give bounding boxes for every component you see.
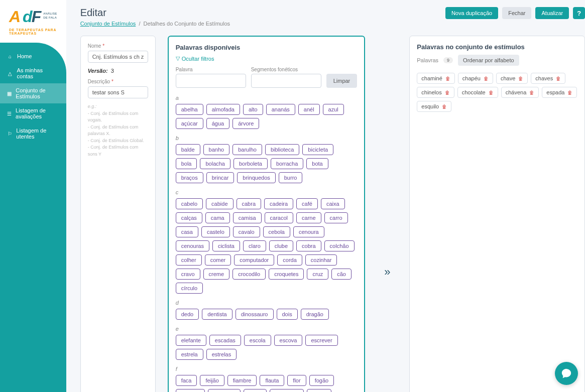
- word-chip[interactable]: escrever: [305, 335, 337, 346]
- word-chip[interactable]: brincar: [206, 172, 235, 183]
- word-chip[interactable]: azul: [323, 104, 344, 115]
- word-chip[interactable]: cebola: [263, 226, 290, 237]
- word-chip[interactable]: formigas: [208, 389, 240, 392]
- word-chip[interactable]: fotografia: [270, 389, 304, 392]
- clear-button[interactable]: Limpar: [326, 74, 358, 88]
- word-chip[interactable]: faca: [176, 375, 197, 386]
- word-chip[interactable]: bota: [306, 158, 328, 169]
- duplicate-button[interactable]: Nova duplicação: [445, 7, 498, 19]
- word-chip[interactable]: creme: [203, 269, 230, 280]
- desc-input[interactable]: [88, 86, 148, 98]
- word-chip[interactable]: croquetes: [269, 269, 304, 280]
- nav-clients[interactable]: ⚐Listagem de utentes: [0, 123, 66, 144]
- word-chip[interactable]: casa: [176, 226, 198, 237]
- word-filter-input[interactable]: [176, 74, 246, 88]
- word-chip[interactable]: caixa: [321, 198, 345, 209]
- trash-icon[interactable]: 🗑: [518, 76, 523, 81]
- word-chip[interactable]: dedo: [176, 309, 199, 320]
- chat-fab[interactable]: [555, 362, 578, 385]
- word-chip[interactable]: carne: [296, 212, 321, 223]
- word-chip[interactable]: fiambre: [227, 375, 257, 386]
- word-chip[interactable]: camisa: [233, 212, 262, 223]
- update-button[interactable]: Atualizar: [535, 7, 569, 19]
- word-chip[interactable]: cravo: [176, 269, 200, 280]
- sort-button[interactable]: Ordenar por alfabeto: [458, 55, 519, 66]
- word-chip[interactable]: corda: [277, 254, 302, 266]
- word-chip[interactable]: cenouras: [176, 240, 209, 251]
- breadcrumb-link[interactable]: Conjunto de Estímulos: [80, 21, 136, 27]
- word-chip[interactable]: biblioteca: [265, 144, 299, 155]
- word-chip[interactable]: flor: [287, 375, 306, 386]
- trash-icon[interactable]: 🗑: [556, 76, 561, 81]
- word-chip[interactable]: cruz: [307, 269, 328, 280]
- word-chip[interactable]: caracol: [265, 212, 293, 223]
- word-chip[interactable]: dentista: [202, 309, 232, 320]
- word-chip[interactable]: feijão: [200, 375, 224, 386]
- word-chip[interactable]: cadeira: [264, 198, 293, 209]
- word-chip[interactable]: cabra: [237, 198, 262, 209]
- word-chip[interactable]: ananás: [266, 104, 295, 115]
- trash-icon[interactable]: 🗑: [484, 76, 489, 81]
- word-chip[interactable]: borracha: [271, 158, 303, 169]
- word-chip[interactable]: barulho: [232, 144, 262, 155]
- word-chip[interactable]: colchão: [324, 240, 355, 251]
- word-chip[interactable]: elefante: [176, 335, 206, 346]
- trash-icon[interactable]: 🗑: [445, 90, 450, 95]
- trash-icon[interactable]: 🗑: [442, 104, 447, 109]
- word-chip[interactable]: fralda: [307, 389, 332, 392]
- hide-filters-link[interactable]: ▽ Ocultar filtros: [176, 55, 358, 62]
- trash-icon[interactable]: 🗑: [567, 90, 572, 95]
- word-chip[interactable]: açúcar: [176, 118, 203, 129]
- help-button[interactable]: ?: [573, 7, 585, 19]
- word-chip[interactable]: brinquedos: [237, 172, 275, 183]
- word-chip[interactable]: crocodilo: [232, 269, 266, 280]
- word-chip[interactable]: fogão: [309, 375, 334, 386]
- name-input[interactable]: [88, 51, 148, 63]
- word-chip[interactable]: cama: [205, 212, 230, 223]
- segment-filter-input[interactable]: [251, 74, 321, 88]
- word-chip[interactable]: dois: [277, 309, 298, 320]
- nav-home[interactable]: ⌂Home: [0, 49, 66, 63]
- word-chip[interactable]: ciclista: [212, 240, 240, 251]
- word-chip[interactable]: dragão: [301, 309, 329, 320]
- word-chip[interactable]: cozinhar: [305, 254, 337, 266]
- word-chip[interactable]: cabide: [206, 198, 233, 209]
- word-chip[interactable]: castelo: [201, 226, 230, 237]
- word-chip[interactable]: braços: [176, 172, 203, 183]
- word-chip[interactable]: burro: [279, 172, 303, 183]
- word-chip[interactable]: cão: [331, 269, 352, 280]
- word-chip[interactable]: café: [296, 198, 318, 209]
- word-chip[interactable]: bolacha: [200, 158, 230, 169]
- word-chip[interactable]: estrelas: [206, 349, 237, 360]
- word-chip[interactable]: bola: [176, 158, 197, 169]
- word-chip[interactable]: computador: [234, 254, 274, 266]
- word-chip[interactable]: água: [206, 118, 229, 129]
- nav-stimuli[interactable]: ▦Conjunto de Estímulos: [0, 83, 66, 103]
- word-chip[interactable]: força: [244, 389, 267, 392]
- word-chip[interactable]: borboleta: [233, 158, 268, 169]
- word-chip[interactable]: abelha: [176, 104, 203, 115]
- word-chip[interactable]: claro: [243, 240, 266, 251]
- word-chip[interactable]: colher: [176, 254, 202, 266]
- word-chip[interactable]: círculo: [176, 283, 203, 294]
- nav-accounts[interactable]: △As minhas contas: [0, 63, 66, 83]
- trash-icon[interactable]: 🗑: [529, 90, 534, 95]
- word-chip[interactable]: escadas: [209, 335, 241, 346]
- nav-evals[interactable]: ☰Listagem de avaliações: [0, 103, 66, 123]
- word-chip[interactable]: balde: [176, 144, 200, 155]
- word-chip[interactable]: clube: [269, 240, 293, 251]
- word-chip[interactable]: flauta: [260, 375, 284, 386]
- trash-icon[interactable]: 🗑: [489, 90, 494, 95]
- word-chip[interactable]: árvore: [232, 118, 259, 129]
- word-chip[interactable]: estrela: [176, 349, 203, 360]
- close-button[interactable]: Fechar: [502, 7, 531, 19]
- word-chip[interactable]: anél: [298, 104, 320, 115]
- word-chip[interactable]: cobra: [296, 240, 321, 251]
- word-chip[interactable]: alto: [243, 104, 263, 115]
- word-chip[interactable]: escola: [244, 335, 271, 346]
- word-chip[interactable]: formiga: [176, 389, 205, 392]
- trash-icon[interactable]: 🗑: [445, 76, 450, 81]
- word-chip[interactable]: carro: [324, 212, 348, 223]
- transfer-right-icon[interactable]: »: [384, 266, 390, 279]
- word-chip[interactable]: calças: [176, 212, 202, 223]
